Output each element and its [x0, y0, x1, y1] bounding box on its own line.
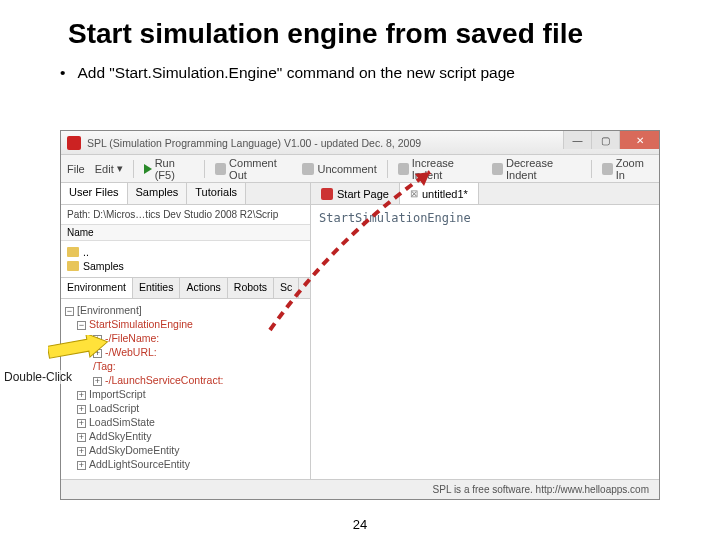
uncomment-icon — [302, 163, 314, 175]
tree-start-simulation-engine[interactable]: −StartSimulationEngine — [65, 317, 306, 331]
expand-icon[interactable]: + — [77, 433, 86, 442]
titlebar: SPL (Simulation Programming Language) V1… — [61, 131, 659, 155]
file-list: .. Samples — [61, 241, 310, 277]
run-button[interactable]: Run (F5) — [144, 157, 194, 181]
bullet-text: Add "Start.Simulation.Engine" command on… — [77, 64, 515, 81]
expand-icon[interactable]: + — [77, 447, 86, 456]
list-item-samples[interactable]: Samples — [67, 259, 304, 273]
slide-title: Start simulation engine from saved file — [68, 18, 720, 50]
outdent-icon — [492, 163, 503, 175]
app-icon — [67, 136, 81, 150]
play-icon — [144, 164, 152, 174]
increase-indent-button[interactable]: Increase Indent — [398, 157, 482, 181]
name-column-header[interactable]: Name — [61, 224, 310, 241]
tab-entities[interactable]: Entities — [133, 278, 180, 298]
doc-tabs: Start Page ⊠untitled1* — [311, 183, 659, 205]
tab-samples[interactable]: Samples — [128, 183, 188, 204]
expand-icon[interactable]: + — [77, 419, 86, 428]
expand-icon[interactable]: + — [77, 461, 86, 470]
maximize-button[interactable]: ▢ — [591, 131, 619, 149]
toolbar: File Edit ▾ Run (F5) Comment Out Uncomme… — [61, 155, 659, 183]
tree-add-sky-entity[interactable]: +AddSkyEntity — [65, 429, 306, 443]
expand-icon[interactable]: + — [93, 377, 102, 386]
tree-root[interactable]: −[Environment] — [65, 303, 306, 317]
yellow-arrow-annotation — [48, 335, 108, 359]
menu-file[interactable]: File — [67, 163, 85, 175]
folder-icon — [67, 247, 79, 257]
tree-tag[interactable]: /Tag: — [65, 359, 306, 373]
indent-icon — [398, 163, 409, 175]
path-label: Path: D:\Micros…tics Dev Studio 2008 R2\… — [61, 205, 310, 224]
tree-load-sim-state[interactable]: +LoadSimState — [65, 415, 306, 429]
toolbar-separator — [204, 160, 205, 178]
menu-edit[interactable]: Edit ▾ — [95, 162, 123, 175]
tab-tutorials[interactable]: Tutorials — [187, 183, 246, 204]
workspace: User Files Samples Tutorials Path: D:\Mi… — [61, 183, 659, 479]
toolbar-separator — [591, 160, 592, 178]
zoom-in-button[interactable]: Zoom In — [602, 157, 653, 181]
tab-user-files[interactable]: User Files — [61, 183, 128, 204]
tree-import-script[interactable]: +ImportScript — [65, 387, 306, 401]
tab-robots[interactable]: Robots — [228, 278, 274, 298]
editor-line-1: StartSimulationEngine — [319, 211, 471, 225]
env-tabs: Environment Entities Actions Robots Sc — [61, 277, 310, 299]
tab-actions[interactable]: Actions — [180, 278, 227, 298]
window-buttons: — ▢ ✕ — [563, 131, 659, 149]
close-icon[interactable]: ⊠ — [410, 188, 418, 199]
close-button[interactable]: ✕ — [619, 131, 659, 149]
zoom-icon — [602, 163, 613, 175]
window-title: SPL (Simulation Programming Language) V1… — [87, 137, 421, 149]
toolbar-separator — [133, 160, 134, 178]
app-window: SPL (Simulation Programming Language) V1… — [60, 130, 660, 500]
list-item-up[interactable]: .. — [67, 245, 304, 259]
left-panel: User Files Samples Tutorials Path: D:\Mi… — [61, 183, 311, 479]
bullet-dot: • — [60, 64, 74, 82]
page-number: 24 — [0, 517, 720, 532]
comment-out-icon — [215, 163, 226, 175]
uncomment-button[interactable]: Uncomment — [302, 163, 376, 175]
doc-tab-untitled[interactable]: ⊠untitled1* — [400, 183, 479, 204]
decrease-indent-button[interactable]: Decrease Indent — [492, 157, 581, 181]
home-icon — [321, 188, 333, 200]
folder-icon — [67, 261, 79, 271]
right-panel: Start Page ⊠untitled1* StartSimulationEn… — [311, 183, 659, 479]
tree-load-script[interactable]: +LoadScript — [65, 401, 306, 415]
minimize-button[interactable]: — — [563, 131, 591, 149]
comment-out-button[interactable]: Comment Out — [215, 157, 292, 181]
slide-bullet: • Add "Start.Simulation.Engine" command … — [60, 64, 720, 82]
toolbar-separator — [387, 160, 388, 178]
tree-add-light-source-entity[interactable]: +AddLightSourceEntity — [65, 457, 306, 471]
tab-sc[interactable]: Sc — [274, 278, 299, 298]
statusbar: SPL is a free software. http://www.hello… — [61, 479, 659, 499]
expand-icon[interactable]: + — [77, 391, 86, 400]
doc-tab-start-page[interactable]: Start Page — [311, 183, 400, 204]
tree-launch-service[interactable]: +-/LaunchServiceContract: — [65, 373, 306, 387]
annotation-double-click: Double-Click — [2, 370, 74, 384]
code-editor[interactable]: StartSimulationEngine — [311, 205, 659, 479]
collapse-icon[interactable]: − — [77, 321, 86, 330]
svg-marker-0 — [48, 335, 108, 359]
expand-icon[interactable]: + — [77, 405, 86, 414]
collapse-icon[interactable]: − — [65, 307, 74, 316]
tab-environment[interactable]: Environment — [61, 278, 133, 298]
tree-add-sky-dome-entity[interactable]: +AddSkyDomeEntity — [65, 443, 306, 457]
command-tree: −[Environment] −StartSimulationEngine +-… — [61, 299, 310, 479]
file-tabs: User Files Samples Tutorials — [61, 183, 310, 205]
